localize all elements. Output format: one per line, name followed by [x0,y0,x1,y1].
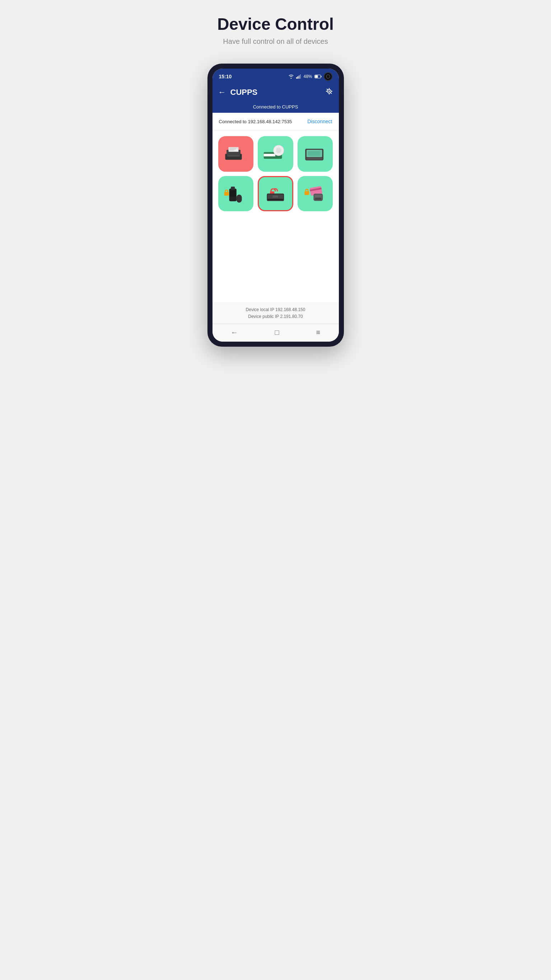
svg-line-14 [330,93,331,94]
svg-rect-35 [230,190,236,197]
svg-rect-1 [298,76,299,79]
settings-icon[interactable] [325,87,333,97]
barcode-scanner-icon [222,180,249,207]
svg-rect-33 [231,187,235,190]
nav-menu-button[interactable]: ≡ [316,328,320,337]
page-title: Device Control [217,14,334,34]
label-printer-icon [262,140,289,167]
svg-rect-5 [321,76,321,77]
svg-rect-40 [268,199,283,200]
svg-rect-46 [315,197,321,200]
battery-icon [314,75,322,78]
device-tile-2[interactable] [258,136,293,172]
svg-rect-21 [227,156,240,157]
camera-inner [326,74,330,79]
device-tile-1[interactable] [218,136,254,172]
device-tile-5[interactable] [258,176,293,212]
status-time: 15:10 [219,74,232,80]
connection-row: Connected to 192.168.48.142:7535 Disconn… [213,113,339,130]
svg-point-8 [329,91,330,92]
svg-rect-41 [305,191,310,195]
card-reader-icon [302,180,329,207]
signal-icon [296,74,301,79]
status-bar: 15:10 48% [213,68,339,83]
svg-line-13 [327,89,328,90]
connection-banner: Connected to CUPPS [213,101,339,113]
svg-rect-20 [229,150,234,151]
nav-bar: ← □ ≡ [213,324,339,342]
svg-rect-30 [308,151,321,156]
disconnect-button[interactable]: Disconnect [307,119,332,124]
svg-rect-3 [300,74,301,79]
device-grid [213,130,339,217]
phone-screen: 15:10 48% [213,68,339,342]
nav-home-button[interactable]: □ [275,328,279,337]
svg-rect-39 [272,196,278,197]
public-ip-text: Device public IP 2.191.80.70 [216,313,335,320]
wifi-icon [288,74,294,79]
connection-text: Connected to 192.168.48.142:7535 [219,119,292,124]
bottom-info: Device local IP 192.168.48.150 Device pu… [213,302,339,324]
svg-rect-26 [265,154,274,156]
connection-banner-text: Connected to CUPPS [253,104,298,110]
nav-back-button[interactable]: ← [231,328,238,337]
page-wrapper: Device Control Have full control on all … [183,14,369,347]
svg-rect-6 [315,75,318,78]
header-title: CUPPS [230,88,325,97]
camera-dot [324,72,332,81]
pos-terminal-icon [302,140,329,167]
debug-icon [325,87,333,95]
page-subtitle: Have full control on all of devices [223,37,328,46]
status-icons: 48% [288,72,332,81]
receipt-printer-icon [222,140,249,167]
app-header: ← CUPPS [213,83,339,101]
cash-drawer-icon [263,181,288,206]
back-button[interactable]: ← [218,88,226,97]
device-tile-6[interactable] [298,176,333,212]
phone-frame: 15:10 48% [208,64,344,347]
local-ip-text: Device local IP 192.168.48.150 [216,306,335,313]
battery-text: 48% [303,74,312,79]
svg-rect-0 [296,77,297,79]
svg-rect-19 [229,149,235,150]
device-tile-3[interactable] [298,136,333,172]
svg-rect-29 [306,158,322,159]
svg-point-24 [276,148,281,153]
device-tile-4[interactable] [218,176,254,212]
svg-rect-31 [224,192,229,196]
svg-rect-2 [299,75,300,79]
svg-rect-18 [229,148,238,149]
content-area: Connected to 192.168.48.142:7535 Disconn… [213,113,339,302]
svg-rect-34 [237,195,242,203]
